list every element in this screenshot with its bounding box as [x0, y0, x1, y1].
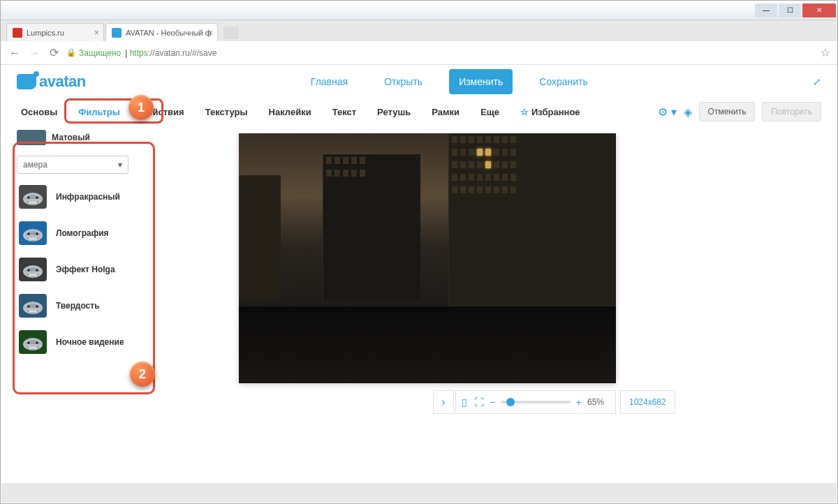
browser-tab-lumpics[interactable]: Lumpics.ru × [6, 23, 104, 41]
lock-icon: 🔒 [66, 48, 76, 57]
zoom-controls: ▯ ⛶ − + 65% [455, 390, 616, 414]
layers-icon[interactable]: ◈ [684, 105, 692, 119]
filter-label: Твердость [56, 301, 100, 311]
filter-item[interactable]: Ломография [14, 218, 161, 248]
nav-open[interactable]: Открыть [374, 69, 432, 94]
url-rest: ://avatan.ru/#/save [148, 48, 217, 58]
fit-width-icon[interactable]: ▯ [462, 396, 467, 408]
chevron-down-icon: ▾ [118, 160, 122, 170]
logo-icon [17, 74, 36, 89]
tool-frames[interactable]: Рамки [427, 101, 464, 123]
browser-tab-strip: Lumpics.ru × AVATAN - Необычный ф × [1, 20, 837, 41]
editor-toolbar: Основы Фильтры Действия Текстуры Наклейк… [1, 98, 837, 125]
nav-edit[interactable]: Изменить [449, 69, 513, 94]
filter-label: Матовый [52, 133, 90, 142]
filter-thumb [17, 130, 46, 145]
nav-save[interactable]: Сохранить [529, 69, 598, 94]
new-tab-button[interactable] [223, 27, 239, 39]
tool-retouch[interactable]: Ретушь [373, 101, 415, 123]
window-maximize-button[interactable]: ☐ [779, 3, 801, 17]
svg-point-19 [36, 341, 38, 344]
url-input[interactable]: 🔒 Защищено | https ://avatan.ru/#/save [66, 48, 815, 58]
zoom-slider-thumb[interactable] [506, 398, 515, 406]
filter-item[interactable]: Эффект Holga [14, 255, 161, 284]
filter-category-select[interactable]: амера ▾ [17, 156, 128, 174]
url-scheme: https [130, 48, 148, 58]
undo-button[interactable]: Отменить [699, 102, 756, 121]
browser-tab-avatan[interactable]: AVATAN - Необычный ф × [105, 23, 218, 41]
filter-thumb [17, 184, 49, 210]
tool-textures[interactable]: Текстуры [201, 101, 252, 123]
nav-home[interactable]: Главная [301, 69, 358, 94]
svg-point-10 [27, 269, 30, 272]
favicon-icon [112, 28, 122, 38]
annotation-badge-2: 2 [130, 362, 155, 387]
star-icon: ☆ [520, 107, 529, 117]
image-canvas[interactable] [239, 133, 616, 383]
tool-more[interactable]: Еще [476, 101, 503, 123]
image-dimensions[interactable]: 1024x682 [620, 390, 675, 414]
zoom-in-button[interactable]: + [576, 396, 582, 408]
secure-label: Защищено [79, 48, 121, 58]
redo-button[interactable]: Повторить [762, 102, 821, 121]
svg-point-6 [27, 232, 30, 235]
tool-text[interactable]: Текст [328, 101, 360, 123]
fit-screen-icon[interactable]: ⛶ [474, 396, 484, 408]
statusbar [1, 483, 837, 503]
svg-point-3 [36, 196, 38, 199]
zoom-percentage: 65% [587, 397, 610, 407]
nav-back-button[interactable]: ← [8, 47, 22, 59]
filter-label: Эффект Holga [56, 265, 115, 274]
filter-item[interactable]: Твердость [14, 291, 161, 320]
nav-forward-button[interactable]: → [27, 47, 41, 59]
address-bar: ← → ⟳ 🔒 Защищено | https ://avatan.ru/#/… [1, 41, 837, 65]
window-minimize-button[interactable]: — [755, 3, 777, 17]
edited-image [239, 133, 616, 383]
bookmark-star-icon[interactable]: ☆ [821, 46, 830, 59]
svg-point-7 [36, 232, 38, 235]
svg-point-15 [36, 305, 38, 308]
tab-label: AVATAN - Необычный ф [126, 29, 212, 37]
filter-item[interactable]: Ночное видение [14, 327, 161, 357]
fullscreen-icon[interactable]: ⤢ [813, 76, 821, 87]
tab-close-icon[interactable]: × [208, 28, 213, 38]
logo-text: avatan [39, 73, 86, 91]
tab-label: Lumpics.ru [27, 29, 64, 37]
nav-reload-button[interactable]: ⟳ [47, 46, 61, 59]
window-close-button[interactable]: ✕ [802, 3, 836, 17]
filter-label: Ломография [56, 228, 109, 238]
svg-point-2 [27, 196, 30, 199]
app-topnav: avatan Главная Открыть Изменить Сохранит… [1, 65, 837, 98]
app-logo[interactable]: avatan [17, 73, 86, 91]
tool-stickers[interactable]: Наклейки [265, 101, 316, 123]
filter-label: Ночное видение [56, 337, 124, 347]
window-titlebar: — ☐ ✕ [1, 1, 837, 20]
filter-thumb [17, 292, 49, 319]
tool-favorites[interactable]: ☆Избранное [516, 101, 585, 123]
tool-filters[interactable]: Фильтры [74, 101, 124, 123]
tab-close-icon[interactable]: × [94, 28, 99, 38]
filter-thumb [17, 329, 49, 355]
svg-point-11 [36, 269, 38, 272]
filters-sidebar: Матовый амера ▾ ИнфракрасныйЛомографияЭф… [14, 128, 161, 357]
filter-label: Инфракрасный [56, 192, 120, 202]
canvas-collapse-button[interactable]: › [433, 390, 454, 414]
category-value: амера [23, 160, 47, 170]
annotation-badge-1: 1 [128, 95, 154, 120]
tool-basics[interactable]: Основы [17, 101, 61, 123]
filter-thumb [17, 256, 49, 283]
filter-thumb [17, 220, 49, 246]
filter-item[interactable]: Инфракрасный [14, 182, 161, 212]
settings-gear-icon[interactable]: ⚙ ▾ [658, 105, 676, 119]
svg-point-18 [27, 341, 30, 344]
zoom-out-button[interactable]: − [490, 396, 495, 408]
favicon-icon [13, 28, 22, 38]
svg-point-14 [27, 305, 30, 308]
filter-item-matte[interactable]: Матовый [14, 128, 161, 147]
zoom-slider[interactable] [501, 401, 571, 403]
